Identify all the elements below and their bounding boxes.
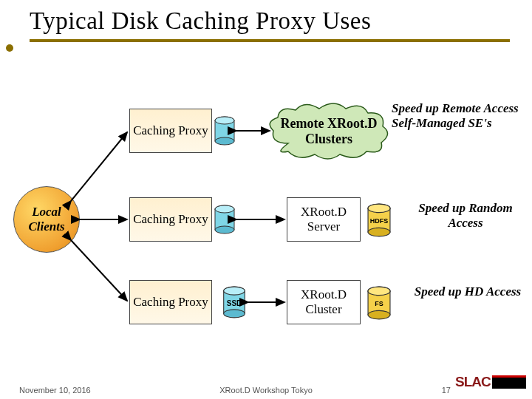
footer: November 10, 2016 XRoot.D Workshop Tokyo… (0, 374, 532, 395)
footer-page: 17 (442, 386, 451, 395)
logo-bar-icon (492, 375, 526, 389)
xrootd-cluster-box: XRoot.D Cluster (287, 280, 361, 324)
footer-center: XRoot.D Workshop Tokyo (0, 386, 532, 395)
annotation-2: Speed up Random Access (406, 201, 525, 231)
annotation-1: Speed up Remote Access Self-Managed SE's (392, 101, 532, 132)
svg-point-18 (368, 310, 390, 319)
svg-point-10 (368, 228, 390, 236)
hdfs-label: HDFS (365, 217, 393, 225)
fs-disk-icon: FS (365, 286, 393, 320)
svg-point-3 (215, 117, 234, 124)
proxy2-disk-icon (214, 205, 236, 234)
fs-label: FS (365, 300, 393, 307)
remote-clusters-cloud: Remote XRoot.D Clusters (266, 103, 392, 160)
svg-line-20 (71, 132, 127, 201)
svg-point-7 (215, 205, 234, 213)
ssd-label: SSD (222, 299, 247, 307)
proxy1-disk-icon (214, 116, 236, 146)
caching-proxy-2: Caching Proxy (129, 197, 212, 242)
diagram-canvas: Local Clients Caching Proxy Remote XRoot… (0, 42, 532, 360)
svg-point-2 (215, 137, 234, 145)
hdfs-disk-icon: HDFS (365, 203, 393, 237)
page-title: Typical Disk Caching Proxy Uses (30, 7, 510, 35)
svg-point-11 (368, 204, 390, 213)
annotation-3: Speed up HD Access (412, 284, 523, 299)
local-clients-node: Local Clients (13, 186, 80, 253)
svg-point-19 (368, 287, 390, 296)
caching-proxy-3: Caching Proxy (129, 280, 212, 324)
caching-proxy-1: Caching Proxy (129, 109, 212, 153)
svg-point-15 (224, 287, 245, 295)
ssd-disk-icon: SSD (222, 286, 247, 318)
xrootd-server-box: XRoot.D Server (287, 197, 361, 242)
svg-point-6 (215, 226, 234, 233)
svg-point-14 (224, 310, 245, 318)
slac-logo: SLAC (455, 374, 526, 396)
local-clients-label: Local Clients (14, 205, 79, 234)
svg-line-22 (71, 240, 127, 301)
